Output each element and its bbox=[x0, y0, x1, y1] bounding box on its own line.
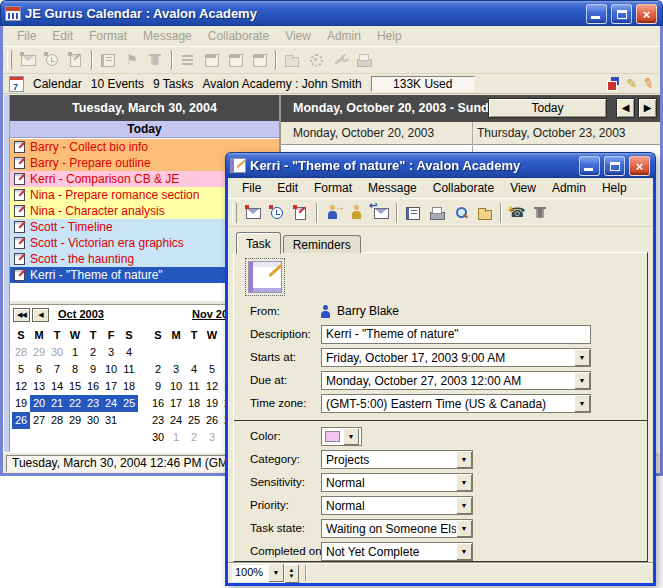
panel-splitter-strip[interactable] bbox=[3, 95, 10, 452]
prev-month-button[interactable]: ◀ bbox=[32, 308, 49, 322]
calendar-day-17[interactable]: 17 bbox=[102, 378, 120, 395]
starts-at-dropdown[interactable]: Friday, October 17, 2003 9:00 AM▼ bbox=[321, 348, 591, 367]
calendar-day-30[interactable]: 30 bbox=[48, 344, 66, 361]
calendar-day-16[interactable]: 16 bbox=[84, 378, 102, 395]
calendar-day-5[interactable]: 5 bbox=[203, 361, 221, 378]
folder-icon[interactable] bbox=[473, 201, 497, 224]
calendar-day-12[interactable]: 12 bbox=[203, 378, 221, 395]
calendar-day-11[interactable]: 11 bbox=[185, 378, 203, 395]
calendar-day-29[interactable]: 29 bbox=[66, 412, 84, 429]
calendar-day-9[interactable]: 9 bbox=[149, 378, 167, 395]
calendar-day-4[interactable]: 4 bbox=[120, 344, 138, 361]
calendar-day-28[interactable]: 28 bbox=[12, 344, 30, 361]
completed-on-dropdown[interactable]: Not Yet Complete▼ bbox=[321, 542, 473, 561]
dropdown-arrow-icon[interactable]: ▼ bbox=[574, 395, 590, 412]
menu-message[interactable]: Message bbox=[360, 181, 425, 195]
dropdown-arrow-icon[interactable]: ▼ bbox=[456, 543, 472, 560]
due-at-dropdown[interactable]: Monday, October 27, 2003 12:00 AM▼ bbox=[321, 371, 591, 390]
description-input[interactable]: Kerri - "Theme of nature" bbox=[321, 325, 591, 344]
dropdown-arrow-icon[interactable]: ▼ bbox=[456, 474, 472, 491]
layers-icon[interactable] bbox=[607, 77, 620, 90]
new-event-icon[interactable] bbox=[241, 201, 265, 224]
calendar-day-4[interactable]: 4 bbox=[185, 361, 203, 378]
calendar-day-18[interactable]: 18 bbox=[120, 378, 138, 395]
color-dropdown[interactable]: ▼ bbox=[321, 427, 362, 446]
time-zone-dropdown[interactable]: (GMT-5:00) Eastern Time (US & Canada)▼ bbox=[321, 394, 591, 413]
task-state-dropdown[interactable]: Waiting on Someone Else▼ bbox=[321, 519, 473, 538]
calendar-day-15[interactable]: 15 bbox=[66, 378, 84, 395]
calendar-day-11[interactable]: 11 bbox=[120, 361, 138, 378]
calendar-day-10[interactable]: 10 bbox=[102, 361, 120, 378]
edit-pencil-icon[interactable]: ✎ bbox=[626, 76, 637, 91]
menu-collaborate[interactable]: Collaborate bbox=[425, 181, 502, 195]
dropdown-arrow-icon[interactable]: ▼ bbox=[343, 428, 359, 445]
sign-pencil-icon[interactable]: ✎ bbox=[641, 75, 656, 93]
dropdown-arrow-icon[interactable]: ▼ bbox=[574, 349, 590, 366]
calendar-day-20[interactable]: 20 bbox=[30, 395, 48, 412]
new-reminder-icon[interactable] bbox=[265, 201, 289, 224]
calendar-day-19[interactable]: 19 bbox=[12, 395, 30, 412]
calendar-day-23[interactable]: 23 bbox=[149, 412, 167, 429]
calendar-day-14[interactable]: 14 bbox=[48, 378, 66, 395]
dropdown-arrow-icon[interactable]: ▼ bbox=[456, 497, 472, 514]
next-range-button[interactable]: ▶ bbox=[638, 98, 657, 118]
calendar-day-3[interactable]: 3 bbox=[167, 361, 185, 378]
calendar-day-23[interactable]: 23 bbox=[84, 395, 102, 412]
calendar-day-22[interactable]: 22 bbox=[66, 395, 84, 412]
priority-dropdown[interactable]: Normal▼ bbox=[321, 496, 473, 515]
calendar-day-27[interactable]: 27 bbox=[30, 412, 48, 429]
calendar-day-1[interactable]: 1 bbox=[167, 429, 185, 446]
calendar-day-30[interactable]: 30 bbox=[149, 429, 167, 446]
calendar-day-10[interactable]: 10 bbox=[167, 378, 185, 395]
calendar-day-21[interactable]: 21 bbox=[48, 395, 66, 412]
close-button[interactable]: × bbox=[636, 4, 657, 24]
calendar-day-13[interactable]: 13 bbox=[30, 378, 48, 395]
calendar-day-26[interactable]: 26 bbox=[203, 412, 221, 429]
calendar-day-17[interactable]: 17 bbox=[167, 395, 185, 412]
calendar-day-9[interactable]: 9 bbox=[84, 361, 102, 378]
calendar-day-3[interactable]: 3 bbox=[203, 429, 221, 446]
calendar-day-16[interactable]: 16 bbox=[149, 395, 167, 412]
calendar-day-6[interactable]: 6 bbox=[30, 361, 48, 378]
calendar-day-29[interactable]: 29 bbox=[30, 344, 48, 361]
attendee-person-icon[interactable] bbox=[345, 201, 369, 224]
calendar-day-30[interactable]: 30 bbox=[84, 412, 102, 429]
menu-help[interactable]: Help bbox=[594, 181, 635, 195]
calendar-day-3[interactable]: 3 bbox=[102, 344, 120, 361]
previous-range-button[interactable]: ◀ bbox=[616, 98, 635, 118]
dialog-maximize-button[interactable] bbox=[604, 156, 625, 176]
calendar-day-2[interactable]: 2 bbox=[149, 361, 167, 378]
zoom-spinner[interactable]: ▲▼ bbox=[284, 564, 299, 583]
minimize-button[interactable] bbox=[586, 4, 607, 24]
maximize-button[interactable] bbox=[611, 4, 632, 24]
dropdown-arrow-icon[interactable]: ▼ bbox=[574, 372, 590, 389]
calendar-day-31[interactable]: 31 bbox=[102, 412, 120, 429]
menu-format[interactable]: Format bbox=[306, 181, 360, 195]
dialog-close-button[interactable]: × bbox=[629, 156, 650, 176]
dropdown-arrow-icon[interactable]: ▼ bbox=[456, 451, 472, 468]
menu-admin[interactable]: Admin bbox=[544, 181, 594, 195]
delete-icon[interactable] bbox=[529, 201, 553, 224]
calendar-day-8[interactable]: 8 bbox=[66, 361, 84, 378]
tab-reminders[interactable]: Reminders bbox=[283, 235, 361, 253]
zoom-dropdown-button[interactable]: ▼ bbox=[268, 563, 284, 582]
find-icon[interactable] bbox=[449, 201, 473, 224]
forward-person-icon[interactable]: → bbox=[321, 201, 345, 224]
calendar-day-26[interactable]: 26 bbox=[12, 412, 30, 429]
print-icon[interactable] bbox=[425, 201, 449, 224]
month-link-oct-2003[interactable]: Oct 2003 bbox=[58, 308, 104, 320]
sensitivity-dropdown[interactable]: Normal▼ bbox=[321, 473, 473, 492]
menu-file[interactable]: File bbox=[234, 181, 269, 195]
calendar-day-1[interactable]: 1 bbox=[66, 344, 84, 361]
event-list-icon[interactable] bbox=[401, 201, 425, 224]
prev-year-button[interactable]: ◀◀ bbox=[13, 308, 30, 322]
new-task-icon[interactable] bbox=[289, 201, 313, 224]
calendar-day-28[interactable]: 28 bbox=[48, 412, 66, 429]
dialog-minimize-button[interactable] bbox=[579, 156, 600, 176]
calendar-day-25[interactable]: 25 bbox=[120, 395, 138, 412]
menu-edit[interactable]: Edit bbox=[269, 181, 306, 195]
reply-envelope-icon[interactable]: ↩ bbox=[369, 201, 393, 224]
dropdown-arrow-icon[interactable]: ▼ bbox=[456, 520, 472, 537]
calendar-day-19[interactable]: 19 bbox=[203, 395, 221, 412]
calendar-day-12[interactable]: 12 bbox=[12, 378, 30, 395]
